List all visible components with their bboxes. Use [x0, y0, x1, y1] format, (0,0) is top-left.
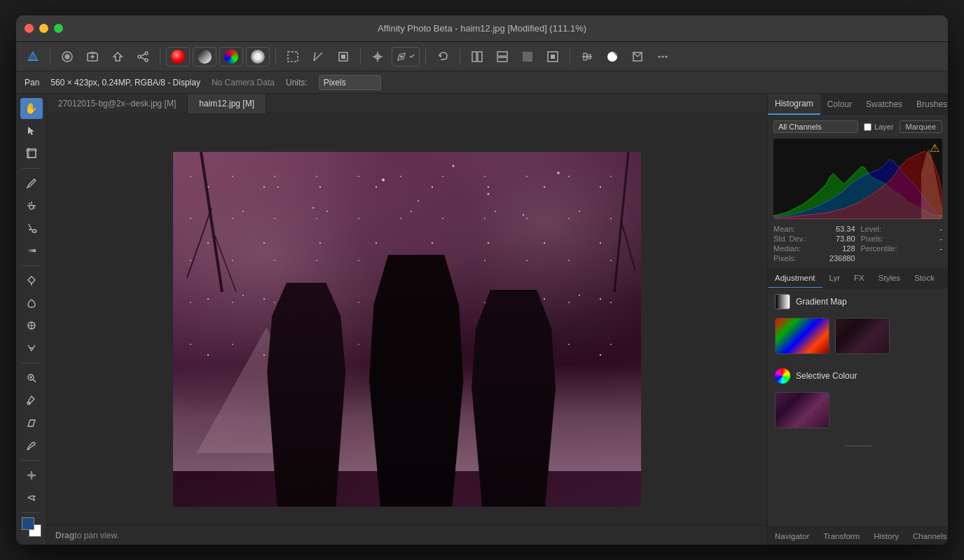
foreground-color[interactable]	[22, 517, 34, 530]
selection-tool-btn[interactable]	[282, 47, 304, 66]
svg-point-46	[32, 230, 36, 232]
layout-btn4[interactable]	[542, 47, 564, 66]
svg-line-54	[33, 379, 36, 382]
tab-swatches[interactable]: Swatches	[859, 94, 909, 115]
separator	[50, 49, 50, 64]
circle-btn[interactable]	[601, 47, 624, 66]
minimize-button[interactable]	[39, 24, 48, 33]
bottom-tab-transform[interactable]: Transform	[816, 527, 867, 545]
share-button[interactable]	[132, 47, 154, 66]
window-title: Affinity Photo Beta - haim12.jpg [Modifi…	[378, 23, 586, 34]
adj-tab-lyr[interactable]: Lyr	[822, 269, 848, 288]
burn-dodge-tool[interactable]	[20, 293, 43, 314]
color-balance-icon	[224, 50, 238, 64]
vector-brush-tool[interactable]	[20, 435, 43, 456]
drag-handle-area	[768, 437, 948, 455]
svg-rect-24	[497, 52, 507, 56]
tab-histogram[interactable]: Histogram	[768, 94, 820, 115]
adj-tab-fx[interactable]: FX	[847, 269, 872, 288]
separator7	[570, 49, 570, 64]
corner-btn[interactable]	[626, 47, 649, 66]
bottom-tab-navigator[interactable]: Navigator	[768, 527, 816, 545]
color-picker-tool[interactable]	[166, 47, 190, 66]
eyedropper-tool[interactable]	[20, 465, 43, 486]
more-btn[interactable]	[652, 47, 674, 66]
warning-icon: ⚠	[930, 141, 939, 155]
tab-brushes[interactable]: Brushes	[909, 94, 948, 115]
camera-data: No Camera Data	[212, 78, 275, 88]
open-button[interactable]	[81, 47, 104, 66]
svg-point-8	[138, 55, 141, 58]
hand-tool[interactable]: ✋	[20, 98, 43, 119]
crop-tool[interactable]	[20, 143, 43, 164]
right-panel: Histogram Colour Swatches Brushes All Ch…	[767, 94, 948, 545]
clone-stamp-tool[interactable]	[20, 315, 43, 336]
adj-tab-stock[interactable]: Stock	[907, 269, 942, 288]
adj-tab-styles[interactable]: Styles	[872, 269, 907, 288]
color-picker-left[interactable]	[20, 390, 43, 411]
marquee-btn[interactable]: Marquee	[900, 120, 942, 133]
maximize-button[interactable]	[54, 24, 63, 33]
close-button[interactable]	[25, 24, 34, 33]
pen-tool[interactable]	[20, 270, 43, 291]
hsb-btn[interactable]	[246, 47, 270, 66]
tool-separator5	[22, 512, 41, 513]
channel-select[interactable]: All Channels Red Green Blue Luminosity	[773, 120, 858, 133]
canvas-viewport[interactable]	[47, 113, 767, 545]
svg-line-11	[141, 57, 145, 59]
bottom-tab-channels[interactable]: Channels	[906, 527, 948, 545]
gradient-thumb-1[interactable]	[775, 318, 829, 354]
separator4	[360, 49, 361, 64]
flood-fill-tool[interactable]	[20, 218, 43, 239]
svg-marker-6	[113, 52, 122, 61]
gradient-thumb-2[interactable]	[835, 318, 890, 354]
svg-point-58	[29, 473, 34, 477]
adj-tab-adjustment[interactable]: Adjustment	[768, 269, 822, 288]
gradient-map-section: Gradient Map	[768, 288, 948, 363]
layout-btn1[interactable]	[466, 47, 488, 66]
units-select[interactable]: Pixels Inches Centimeters	[319, 75, 381, 90]
tab-colour[interactable]: Colour	[820, 94, 859, 115]
zoom-tool[interactable]	[20, 368, 43, 388]
svg-point-36	[666, 55, 668, 57]
layer-checkbox[interactable]	[864, 123, 872, 131]
layout-btn2[interactable]	[491, 47, 514, 66]
new-document-button[interactable]	[56, 47, 78, 66]
layer-checkbox-label[interactable]: Layer	[864, 122, 894, 131]
status-bar: Drag to pan view.	[47, 525, 767, 545]
lasso-tool-btn[interactable]	[307, 47, 329, 66]
bottom-tab-history[interactable]: History	[867, 527, 906, 545]
magic-wand-tool[interactable]	[20, 195, 43, 216]
tab-file1[interactable]: 27012015-bg@2x--desk.jpg [M]	[47, 94, 188, 113]
text-tool[interactable]	[20, 337, 43, 358]
histogram-graph: ⚠	[773, 139, 942, 219]
separator6	[460, 49, 460, 64]
export-button[interactable]	[106, 47, 129, 66]
eraser-tool[interactable]	[20, 412, 43, 433]
mean-stat: Mean: 63.34	[773, 225, 855, 233]
gradient-tool-btn[interactable]	[193, 47, 216, 66]
undo-btn[interactable]	[432, 47, 454, 66]
paintbrush-tool[interactable]	[20, 173, 43, 194]
left-toolbar: ✋	[16, 94, 47, 545]
gradient-tool[interactable]	[20, 240, 43, 261]
image-info: 560 × 423px, 0.24MP, RGBA/8 - Display	[50, 78, 200, 88]
svg-rect-26	[523, 52, 532, 62]
gradient-map-icon	[775, 294, 790, 309]
app-logo-button[interactable]	[22, 47, 44, 66]
color-balance-btn[interactable]	[219, 47, 243, 66]
selective-thumb-1[interactable]	[775, 392, 829, 428]
smudge-tool[interactable]	[20, 487, 43, 508]
drag-text: Drag	[55, 531, 74, 540]
align-btn[interactable]	[576, 47, 598, 66]
paint-mode-btn[interactable]	[392, 47, 420, 66]
select-tool[interactable]	[20, 120, 43, 141]
tab-file2[interactable]: haim12.jpg [M]	[188, 94, 266, 113]
refine-btn[interactable]	[332, 47, 354, 66]
units-label: Units:	[286, 78, 308, 88]
canvas-image	[173, 152, 641, 507]
layout-btn3[interactable]	[516, 47, 539, 66]
traffic-lights	[25, 24, 63, 33]
crosshair-btn[interactable]	[366, 47, 389, 66]
titlebar: Affinity Photo Beta - haim12.jpg [Modifi…	[16, 15, 948, 42]
